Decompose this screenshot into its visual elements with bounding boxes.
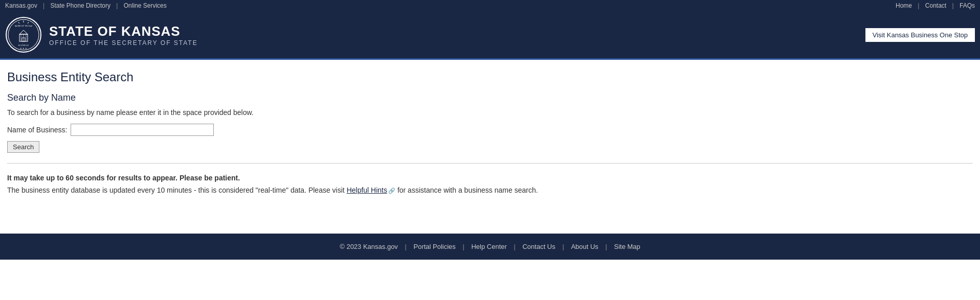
search-form-row: Name of Business: (7, 124, 973, 136)
site-footer: © 2023 Kansas.gov | Portal Policies | He… (0, 234, 980, 260)
notice-database-text: The business entity database is updated … (7, 186, 973, 194)
site-header: GREAT SEAL KANSAS ★ ★ ★ STATE OF KANSAS … (0, 11, 980, 60)
utility-sep-1: | (41, 2, 47, 9)
utility-contact-link[interactable]: Contact (925, 2, 946, 9)
search-button[interactable]: Search (7, 141, 39, 153)
svg-text:GREAT SEAL: GREAT SEAL (16, 25, 31, 27)
footer-about-us-link[interactable]: About Us (571, 243, 598, 250)
dept-name: OFFICE OF THE SECRETARY OF STATE (49, 39, 198, 47)
search-by-name-heading: Search by Name (7, 93, 973, 103)
utility-home-link[interactable]: Home (896, 2, 912, 9)
footer-site-map-link[interactable]: Site Map (614, 243, 640, 250)
utility-bar-right: Home | Contact | FAQs (896, 2, 975, 9)
utility-phone-directory-link[interactable]: State Phone Directory (51, 2, 110, 9)
utility-online-services-link[interactable]: Online Services (124, 2, 167, 9)
footer-sep-4: | (604, 243, 609, 250)
footer-sep-3: | (561, 243, 566, 250)
svg-text:KANSAS: KANSAS (18, 44, 29, 47)
utility-kansasgov-link[interactable]: Kansas.gov (5, 2, 37, 9)
utility-sep-2: | (115, 2, 120, 9)
footer-portal-policies-link[interactable]: Portal Policies (413, 243, 455, 250)
utility-bar-left: Kansas.gov | State Phone Directory | Onl… (5, 2, 167, 9)
header-title-block: STATE OF KANSAS OFFICE OF THE SECRETARY … (49, 24, 198, 47)
svg-text:★ ★ ★: ★ ★ ★ (20, 47, 27, 50)
main-content: Business Entity Search Search by Name To… (0, 60, 980, 234)
header-left: GREAT SEAL KANSAS ★ ★ ★ STATE OF KANSAS … (5, 16, 198, 53)
external-link-icon: 🔗 (388, 188, 395, 194)
visit-business-one-stop-button[interactable]: Visit Kansas Business One Stop (865, 28, 975, 42)
utility-faqs-link[interactable]: FAQs (960, 2, 975, 9)
footer-sep-2: | (512, 243, 518, 250)
footer-links: © 2023 Kansas.gov | Portal Policies | He… (5, 243, 975, 250)
page-title: Business Entity Search (7, 70, 973, 84)
database-text-suffix: for assistance with a business name sear… (395, 186, 538, 194)
footer-sep-1: | (461, 243, 466, 250)
footer-contact-us-link[interactable]: Contact Us (522, 243, 555, 250)
header-right: Visit Kansas Business One Stop (865, 28, 975, 42)
name-of-business-label: Name of Business: (7, 126, 68, 134)
search-button-row: Search (7, 141, 973, 153)
footer-copyright: © 2023 Kansas.gov (340, 243, 398, 250)
footer-sep-0: | (403, 243, 409, 250)
utility-sep-3: | (916, 2, 921, 9)
name-of-business-input[interactable] (71, 124, 214, 136)
footer-help-center-link[interactable]: Help Center (471, 243, 506, 250)
kansas-seal: GREAT SEAL KANSAS ★ ★ ★ (5, 16, 42, 53)
utility-bar: Kansas.gov | State Phone Directory | Onl… (0, 0, 980, 11)
state-name: STATE OF KANSAS (49, 24, 198, 39)
helpful-hints-link[interactable]: Helpful Hints (347, 186, 387, 194)
content-divider (7, 163, 973, 164)
notice-bold-text: It may take up to 60 seconds for results… (7, 174, 973, 182)
search-instruction: To search for a business by name please … (7, 108, 973, 117)
utility-sep-4: | (950, 2, 955, 9)
database-text-prefix: The business entity database is updated … (7, 186, 345, 194)
